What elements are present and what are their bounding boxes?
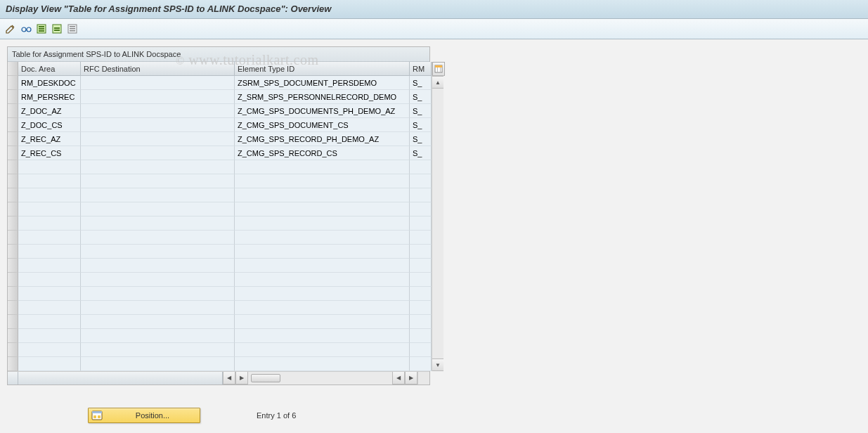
cell-element[interactable]: Z_CMG_SPS_DOCUMENT_CS [235,118,410,132]
svg-rect-18 [92,411,102,413]
glasses-button[interactable] [20,22,32,35]
cell-rm[interactable]: S_ [410,90,432,104]
svg-rect-4 [39,28,44,30]
table-row[interactable]: Z_REC_CS Z_CMG_SPS_RECORD_CS S_ [8,146,432,160]
svg-rect-8 [54,30,60,31]
table-row-empty[interactable] [8,259,432,273]
position-button[interactable]: Position... [88,408,200,423]
table-settings-button[interactable] [432,62,445,76]
table-row[interactable]: Z_REC_AZ Z_CMG_SPS_RECORD_PH_DEMO_AZ S_ [8,132,432,146]
cell-element[interactable]: Z_SRM_SPS_PERSONNELRECORD_DEMO [235,90,410,104]
cell-element[interactable]: Z_CMG_SPS_DOCUMENTS_PH_DEMO_AZ [235,104,410,118]
table-row-empty[interactable] [8,329,432,343]
cell-doc-area[interactable]: Z_DOC_AZ [18,104,81,118]
cell-rfc[interactable] [81,132,235,146]
cell-rfc[interactable] [81,146,235,160]
table-row[interactable]: Z_DOC_AZ Z_CMG_SPS_DOCUMENTS_PH_DEMO_AZ … [8,104,432,118]
row-selector[interactable] [8,76,18,90]
row-selector[interactable] [8,118,18,132]
table-row-empty[interactable] [8,273,432,287]
table-row[interactable]: RM_DESKDOC ZSRM_SPS_DOCUMENT_PERSDEMO S_ [8,76,432,90]
cell-doc-area[interactable]: RM_PERSREC [18,90,81,104]
table-row-empty[interactable] [8,357,432,371]
cell-rm[interactable]: S_ [410,104,432,118]
cell-rm[interactable]: S_ [410,76,432,90]
col-header-doc-area[interactable]: Doc. Area [18,62,81,76]
row-selector[interactable] [8,188,18,202]
row-selector[interactable] [8,315,18,329]
row-selector[interactable] [8,287,18,301]
cell-rfc[interactable] [81,118,235,132]
row-selector[interactable] [8,343,18,357]
application-toolbar [0,19,868,39]
cell-doc-area[interactable]: RM_DESKDOC [18,76,81,90]
cell-rfc[interactable] [81,76,235,90]
select-all-button[interactable] [35,22,48,35]
content-area: © www.tutorialkart.com Table for Assignm… [0,39,868,392]
cell-rm[interactable]: S_ [410,132,432,146]
table-row-empty[interactable] [8,216,432,231]
table-row-empty[interactable] [8,174,432,188]
footer-bar: Position... Entry 1 of 6 [0,405,868,426]
scroll-right-end-button[interactable]: ▶ [405,372,417,384]
table-row-empty[interactable] [8,231,432,245]
table-row-empty[interactable] [8,245,432,259]
cell-doc-area[interactable]: Z_REC_CS [18,146,81,160]
table-row-empty[interactable] [8,202,432,216]
vertical-scrollbar[interactable]: ▲ ▼ [432,62,443,371]
h-scroll-thumb[interactable] [251,374,280,382]
row-selector[interactable] [8,357,18,371]
row-selector[interactable] [8,301,18,315]
cell-rfc[interactable] [81,90,235,104]
hs-corner-right [417,372,429,384]
scroll-left-end-button[interactable]: ◀ [392,372,405,384]
row-selector[interactable] [8,329,18,343]
row-selector[interactable] [8,202,18,216]
scroll-up-button[interactable]: ▲ [432,76,443,89]
h-scroll-track[interactable] [248,372,392,384]
svg-rect-11 [70,28,75,30]
table-row-empty[interactable] [8,301,432,315]
cell-element[interactable]: Z_CMG_SPS_RECORD_PH_DEMO_AZ [235,132,410,146]
row-selector[interactable] [8,132,18,146]
row-selector[interactable] [8,104,18,118]
scroll-right-button[interactable]: ▶ [235,372,248,384]
row-selector[interactable] [8,90,18,104]
row-selector[interactable] [8,231,18,245]
row-selector[interactable] [8,273,18,287]
table-row-empty[interactable] [8,287,432,301]
table-row-empty[interactable] [8,343,432,357]
table-row-empty[interactable] [8,315,432,329]
table-row[interactable]: Z_DOC_CS Z_CMG_SPS_DOCUMENT_CS S_ [8,118,432,132]
cell-doc-area[interactable]: Z_REC_AZ [18,132,81,146]
cell-rfc[interactable] [81,104,235,118]
row-selector[interactable] [8,245,18,259]
table-row-empty[interactable] [8,188,432,202]
row-selector[interactable] [8,216,18,231]
table-row[interactable]: RM_PERSREC Z_SRM_SPS_PERSONNELRECORD_DEM… [8,90,432,104]
scroll-left-button[interactable]: ◀ [223,372,235,384]
table-row-empty[interactable] [8,160,432,174]
row-selector[interactable] [8,160,18,174]
row-selector-header[interactable] [8,62,18,76]
window-title: Display View "Table for Assignment SPS-I… [0,0,868,19]
row-selector[interactable] [8,174,18,188]
cell-doc-area[interactable]: Z_DOC_CS [18,118,81,132]
hs-fixed-area [18,372,223,384]
col-header-rm[interactable]: RM [410,62,432,76]
svg-rect-16 [440,67,441,72]
cell-element[interactable]: Z_CMG_SPS_RECORD_CS [235,146,410,160]
cell-rm[interactable]: S_ [410,146,432,160]
col-header-element-type[interactable]: Element Type ID [235,62,410,76]
select-block-button[interactable] [51,22,63,35]
scroll-down-button[interactable]: ▼ [432,358,443,371]
row-selector[interactable] [8,146,18,160]
col-header-rfc[interactable]: RFC Destination [81,62,235,76]
cell-rm[interactable]: S_ [410,118,432,132]
cell-element[interactable]: ZSRM_SPS_DOCUMENT_PERSDEMO [235,76,410,90]
row-selector[interactable] [8,259,18,273]
toggle-display-change-button[interactable] [4,22,17,35]
scroll-track[interactable] [432,89,443,358]
deselect-all-button[interactable] [66,22,79,35]
table-header-row: Doc. Area RFC Destination Element Type I… [8,62,432,76]
